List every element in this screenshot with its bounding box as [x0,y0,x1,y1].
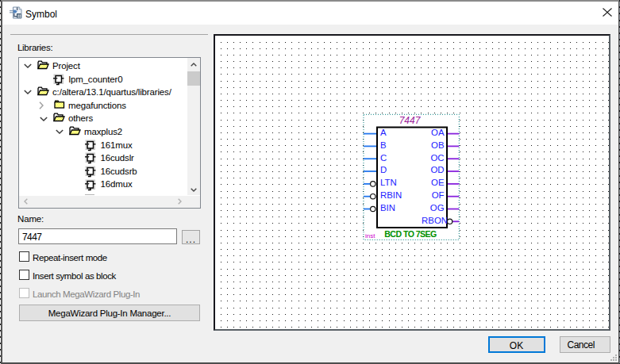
svg-text:RBON: RBON [422,216,448,225]
svg-text:OF: OF [432,190,445,200]
svg-text:OG: OG [430,203,445,213]
svg-text:RBIN: RBIN [380,190,402,200]
svg-text:LTN: LTN [380,178,397,187]
svg-text:7447: 7447 [399,115,422,126]
svg-text:BCD TO 7SEG: BCD TO 7SEG [384,229,437,239]
svg-text:A: A [380,128,387,137]
svg-text:BIN: BIN [380,203,395,213]
svg-text:OA: OA [431,128,445,137]
svg-text:OD: OD [430,166,444,175]
svg-text:OB: OB [431,140,444,150]
svg-text:C: C [380,153,387,163]
svg-text:inst: inst [365,232,375,239]
svg-text:D: D [380,166,387,175]
svg-text:B: B [380,140,387,150]
svg-text:OE: OE [431,178,445,187]
svg-text:OC: OC [430,153,444,163]
